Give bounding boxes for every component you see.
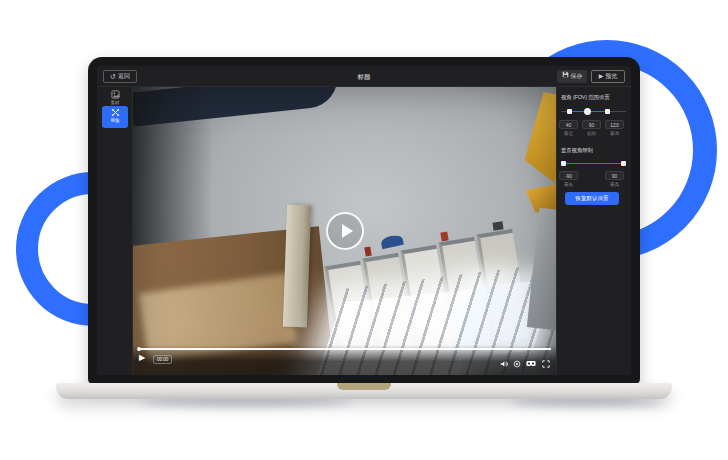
circle-dot-icon[interactable]: [513, 354, 521, 372]
laptop-shadow-right: [510, 398, 660, 406]
restore-defaults-button[interactable]: 恢复默认设置: [565, 192, 619, 205]
page-background: ↺ 返回 标题 保存 ▶ 预览: [0, 0, 728, 460]
preview-button-label: 预览: [605, 71, 617, 82]
fov-max-label: 最远: [605, 131, 624, 136]
center-play-button[interactable]: [326, 212, 364, 250]
fov-settings-panel: 视角 (FOV) 范围设置 40 90 120 最近 初始 最远 垂直视角限制: [556, 87, 631, 375]
sidebar-item-label: 视角: [111, 118, 120, 123]
fov-initial-handle[interactable]: [584, 108, 591, 115]
fov-range-slider[interactable]: [561, 107, 626, 116]
media-file-icon: [102, 90, 128, 99]
video-controls-bar: ▶ 00:00: [133, 345, 556, 375]
sidebar-item-view-angle[interactable]: 视角: [102, 106, 128, 128]
panorama-video-viewport[interactable]: ▶ 00:00: [133, 87, 556, 375]
save-button-label: 保存: [571, 71, 583, 82]
video-scene-pillar: [283, 205, 311, 328]
save-button[interactable]: 保存: [557, 70, 587, 83]
slider-active-segment: [561, 163, 626, 165]
pan-arrows-icon: [102, 108, 128, 117]
laptop-base: [56, 383, 672, 399]
speaker-icon[interactable]: [500, 354, 508, 372]
video-scene-detail: [364, 247, 371, 257]
vertical-min-value[interactable]: -90: [559, 171, 578, 180]
vertical-limit-slider[interactable]: [561, 159, 626, 168]
fov-min-label: 最近: [559, 131, 578, 136]
video-scene-detail: [492, 221, 503, 230]
floppy-disk-icon: [562, 71, 569, 82]
page-title: 标题: [358, 66, 371, 87]
back-button[interactable]: ↺ 返回: [103, 70, 137, 83]
left-sidebar: 素材 视角: [97, 87, 133, 375]
fov-max-value[interactable]: 120: [605, 120, 624, 129]
fov-min-handle[interactable]: [567, 109, 572, 114]
fov-initial-value[interactable]: 90: [582, 120, 601, 129]
video-scene-detail: [440, 231, 448, 241]
play-circle-icon: [342, 224, 353, 238]
fullscreen-icon[interactable]: [542, 354, 550, 372]
back-button-label: 返回: [118, 71, 130, 82]
player-play-button[interactable]: ▶: [139, 353, 145, 363]
vertical-limit-section-title: 垂直视角限制: [561, 147, 593, 154]
laptop-mockup: ↺ 返回 标题 保存 ▶ 预览: [88, 57, 640, 385]
preview-button[interactable]: ▶ 预览: [591, 70, 625, 83]
video-progress-bar[interactable]: [138, 348, 551, 350]
vertical-min-handle[interactable]: [561, 161, 566, 166]
play-triangle-icon: ▶: [599, 73, 604, 80]
undo-arrow-icon: ↺: [110, 73, 116, 80]
vr-goggles-icon[interactable]: [526, 354, 536, 372]
vertical-max-label: 最高: [605, 182, 624, 187]
sidebar-item-label: 素材: [111, 100, 120, 105]
fov-initial-label: 初始: [582, 131, 601, 136]
sidebar-item-material[interactable]: 素材: [102, 90, 128, 105]
laptop-hinge-notch: [337, 383, 391, 390]
laptop-shadow-left: [140, 398, 350, 406]
fov-max-handle[interactable]: [605, 109, 610, 114]
vertical-max-handle[interactable]: [621, 161, 626, 166]
vertical-max-value[interactable]: 90: [605, 171, 624, 180]
fov-section-title: 视角 (FOV) 范围设置: [561, 94, 609, 101]
vertical-min-label: 最低: [559, 182, 578, 187]
current-time-label: 00:00: [153, 355, 172, 364]
fov-min-value[interactable]: 40: [559, 120, 578, 129]
progress-handle[interactable]: [137, 347, 141, 351]
app-topbar: ↺ 返回 标题 保存 ▶ 预览: [97, 66, 631, 87]
laptop-screen: ↺ 返回 标题 保存 ▶ 预览: [97, 66, 631, 375]
